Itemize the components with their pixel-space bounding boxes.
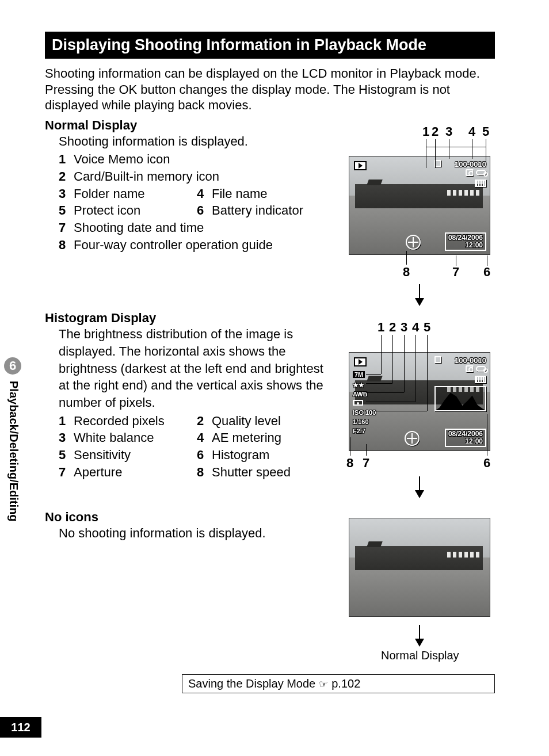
fourway-icon bbox=[405, 431, 420, 446]
lcd-noicons bbox=[349, 518, 490, 617]
callout-n5: 5 bbox=[482, 124, 489, 139]
chapter-number-bullet: 6 bbox=[2, 356, 23, 376]
normal-desc: Shooting information is displayed. bbox=[59, 133, 335, 150]
callout-n4: 4 bbox=[468, 124, 475, 139]
callout-h3: 3 bbox=[401, 320, 407, 335]
date-time-box: 08/24/200612:00 bbox=[445, 429, 486, 447]
voice-memo-icon bbox=[466, 365, 474, 372]
callout-n3: 3 bbox=[445, 124, 452, 139]
callout-h6: 6 bbox=[483, 456, 490, 471]
folder-file-text: 100-0010 bbox=[455, 160, 486, 169]
battery-icon bbox=[475, 376, 486, 383]
noicons-desc: No shooting information is displayed. bbox=[59, 525, 335, 542]
aperture-label: F2.7 bbox=[353, 427, 365, 434]
crossref-text: Saving the Display Mode bbox=[188, 677, 315, 690]
folder-file-text: 100-0010 bbox=[455, 356, 486, 365]
callout-h5: 5 bbox=[424, 320, 430, 335]
callout-n2: 2 bbox=[432, 124, 439, 139]
callout-h4: 4 bbox=[412, 320, 419, 335]
callout-h7: 7 bbox=[363, 456, 369, 471]
normal-legend: 1Voice Memo icon 2Card/Built-in memory i… bbox=[59, 151, 335, 253]
page-title: Displaying Shooting Information in Playb… bbox=[45, 32, 495, 59]
quality-label: ★★ bbox=[353, 381, 364, 389]
protect-icon bbox=[476, 366, 486, 372]
playback-icon bbox=[354, 161, 367, 170]
metering-icon bbox=[353, 400, 363, 406]
callout-h1: 1 bbox=[378, 320, 384, 335]
crossref-page: p.102 bbox=[331, 677, 360, 690]
chapter-label: Playback/Deleting/Editing bbox=[7, 381, 20, 522]
callout-n7: 7 bbox=[452, 265, 459, 280]
callout-n1: 1 bbox=[422, 124, 429, 139]
shutter-label: 1/160 bbox=[353, 418, 369, 425]
voice-memo-icon bbox=[466, 169, 474, 176]
arrow-down-icon bbox=[419, 284, 420, 305]
chapter-tab: 6 Playback/Deleting/Editing bbox=[0, 356, 25, 591]
histogram-box bbox=[434, 386, 486, 411]
return-label: Normal Display bbox=[381, 649, 459, 662]
crossref-box: Saving the Display Mode ☞ p.102 bbox=[182, 674, 495, 693]
lcd-normal: 100-0010 08/24/200612:00 bbox=[349, 156, 490, 255]
pointer-icon: ☞ bbox=[319, 678, 328, 690]
intro-text: Shooting information can be displayed on… bbox=[45, 66, 497, 113]
callout-n6: 6 bbox=[483, 265, 490, 280]
callout-h8: 8 bbox=[346, 456, 353, 471]
histogram-desc: The brightness distribution of the image… bbox=[59, 326, 335, 411]
iso-label: ISO 100 bbox=[353, 409, 376, 416]
histogram-legend: 1Recorded pixels 2Quality level 3White b… bbox=[59, 413, 335, 481]
arrow-down-icon bbox=[419, 625, 420, 646]
chapter-number: 6 bbox=[9, 358, 16, 373]
page-number: 112 bbox=[0, 717, 41, 738]
arrow-down-icon bbox=[419, 476, 420, 497]
fourway-icon bbox=[406, 235, 421, 250]
date-time-box: 08/24/200612:00 bbox=[445, 232, 486, 251]
battery-icon bbox=[475, 180, 486, 187]
protect-icon bbox=[476, 170, 486, 175]
callout-h2: 2 bbox=[389, 320, 396, 335]
callout-n8: 8 bbox=[403, 265, 410, 280]
folder-icon bbox=[434, 356, 441, 363]
wb-label: AWB bbox=[353, 391, 368, 398]
playback-icon bbox=[354, 357, 367, 366]
recorded-pixels-label: 7M bbox=[353, 371, 365, 378]
